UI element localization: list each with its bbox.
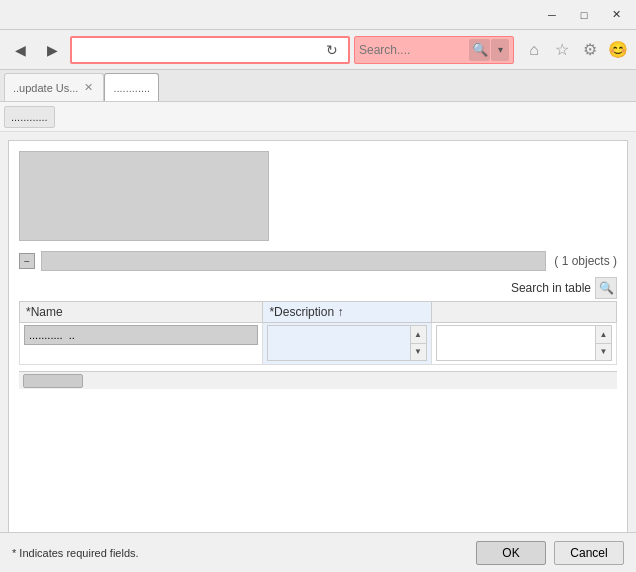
tab-1[interactable]: ..update Us... ✕ xyxy=(4,73,104,101)
main-panel: − ( 1 objects ) Search in table 🔍 *Name … xyxy=(8,140,628,572)
title-bar: ─ □ ✕ xyxy=(0,0,636,30)
name-input[interactable] xyxy=(24,325,258,345)
footer: * Indicates required fields. OK Cancel xyxy=(0,532,636,572)
settings-button[interactable]: ⚙ xyxy=(578,38,602,62)
search-bar[interactable]: 🔍 ▾ xyxy=(354,36,514,64)
emoji-button[interactable]: 😊 xyxy=(606,38,630,62)
tab-2-label: ............ xyxy=(113,82,150,94)
search-in-table-button[interactable]: 🔍 xyxy=(595,277,617,299)
objects-section: − ( 1 objects ) xyxy=(19,251,617,271)
toolbar-button-1[interactable]: ............ xyxy=(4,106,55,128)
tab-bar: ..update Us... ✕ ............ xyxy=(0,70,636,102)
tab-1-label: ..update Us... xyxy=(13,82,78,94)
back-button[interactable]: ◀ xyxy=(6,36,34,64)
third-spinners: ▲ ▼ xyxy=(595,326,611,360)
ok-button[interactable]: OK xyxy=(476,541,546,565)
column-header-third xyxy=(431,302,617,323)
description-spin-up[interactable]: ▲ xyxy=(411,326,426,344)
objects-label-bar xyxy=(41,251,546,271)
objects-count: ( 1 objects ) xyxy=(554,254,617,268)
collapse-button[interactable]: − xyxy=(19,253,35,269)
refresh-icon[interactable]: ↻ xyxy=(322,40,342,60)
data-table: *Name *Description ↑ ▲ ▼ xyxy=(19,301,617,365)
minimize-button[interactable]: ─ xyxy=(536,4,568,26)
column-header-description: *Description ↑ xyxy=(263,302,431,323)
footer-buttons: OK Cancel xyxy=(476,541,624,565)
third-spin[interactable]: ▲ ▼ xyxy=(436,325,613,361)
description-spin-down[interactable]: ▼ xyxy=(411,344,426,361)
search-button[interactable]: 🔍 xyxy=(469,39,490,61)
search-in-label: Search in table xyxy=(511,281,591,295)
maximize-button[interactable]: □ xyxy=(568,4,600,26)
cancel-button[interactable]: Cancel xyxy=(554,541,624,565)
image-placeholder xyxy=(19,151,269,241)
tab-1-close[interactable]: ✕ xyxy=(82,81,95,94)
description-spinners: ▲ ▼ xyxy=(410,326,426,360)
window-controls: ─ □ ✕ xyxy=(536,4,632,26)
nav-icon-group: ⌂ ☆ ⚙ 😊 xyxy=(522,38,630,62)
navigation-bar: ◀ ▶ ↻ 🔍 ▾ ⌂ ☆ ⚙ 😊 xyxy=(0,30,636,70)
description-spin[interactable]: ▲ ▼ xyxy=(267,325,426,361)
search-in-table-row: Search in table 🔍 xyxy=(19,277,617,299)
favorites-button[interactable]: ☆ xyxy=(550,38,574,62)
third-cell[interactable]: ▲ ▼ xyxy=(431,323,617,365)
required-note: * Indicates required fields. xyxy=(12,547,139,559)
close-button[interactable]: ✕ xyxy=(600,4,632,26)
description-cell[interactable]: ▲ ▼ xyxy=(263,323,431,365)
search-dropdown-button[interactable]: ▾ xyxy=(491,39,509,61)
third-textarea[interactable] xyxy=(437,326,596,360)
address-bar[interactable]: ↻ xyxy=(70,36,350,64)
third-spin-up[interactable]: ▲ xyxy=(596,326,611,344)
third-spin-down[interactable]: ▼ xyxy=(596,344,611,361)
home-button[interactable]: ⌂ xyxy=(522,38,546,62)
tab-2[interactable]: ............ xyxy=(104,73,159,101)
search-input[interactable] xyxy=(359,43,469,57)
address-input[interactable] xyxy=(78,43,322,57)
description-textarea[interactable] xyxy=(268,326,409,360)
horizontal-scrollbar[interactable] xyxy=(19,371,617,389)
toolbar: ............ xyxy=(0,102,636,132)
forward-button[interactable]: ▶ xyxy=(38,36,66,64)
name-cell[interactable] xyxy=(20,323,263,365)
scroll-thumb[interactable] xyxy=(23,374,83,388)
column-header-name: *Name xyxy=(20,302,263,323)
table-row: ▲ ▼ ▲ ▼ xyxy=(20,323,617,365)
